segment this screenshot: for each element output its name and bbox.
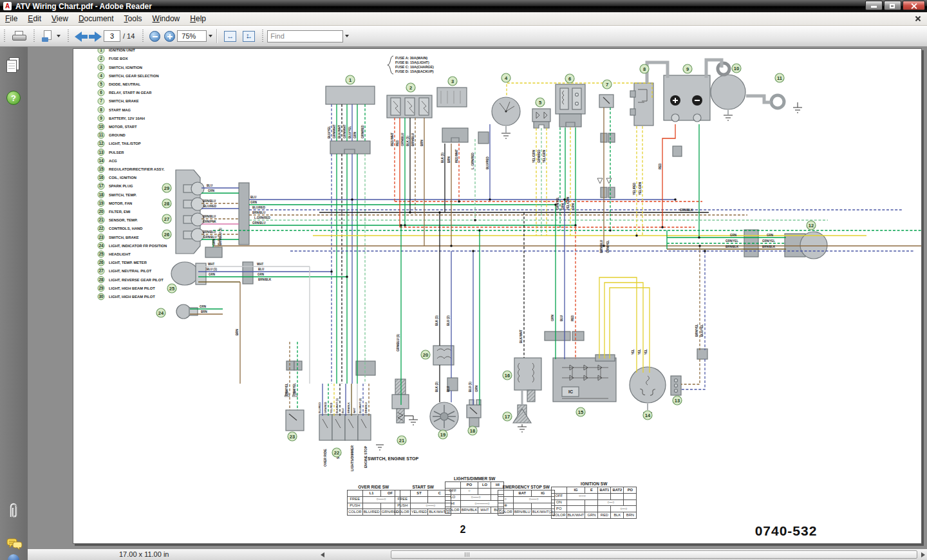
legend-number: 11 — [99, 133, 104, 137]
pages-panel-icon[interactable] — [6, 57, 20, 74]
menu-edit[interactable]: Edit — [23, 13, 46, 24]
wire-brn — [681, 359, 700, 384]
toolbar-separator — [216, 29, 217, 43]
next-page-button[interactable] — [88, 30, 104, 42]
legend-number: 7 — [100, 98, 102, 103]
minimize-button[interactable] — [865, 1, 883, 10]
menu-help[interactable]: Help — [185, 13, 211, 24]
menu-window[interactable]: Window — [147, 13, 185, 24]
wire-label: BLU/RED — [203, 205, 217, 208]
legend-label: LIGHT, HIGH BEAM PILOT — [109, 286, 155, 290]
component-badge-number: 28 — [164, 201, 169, 207]
wire-label: GRN — [730, 234, 736, 237]
wire-label: RED — [396, 140, 399, 146]
legend-label: START MAG — [109, 108, 131, 112]
table-cell: ○──○ — [460, 494, 491, 501]
component-badge-number: 14 — [645, 413, 651, 418]
scroll-left-icon[interactable] — [321, 552, 324, 557]
menu-file[interactable]: File — [0, 13, 23, 24]
collaborate-icon — [42, 30, 55, 42]
zoom-out-icon[interactable] — [149, 31, 160, 42]
wire-label: GRN/BLU — [203, 236, 217, 239]
wire-label: GRN/PNK — [203, 220, 217, 223]
table-cell — [410, 496, 428, 503]
legend-label: LIGHT, REVERSE GEAR PILOT — [109, 278, 164, 282]
legend-number: 1 — [100, 49, 102, 52]
find-dropdown-icon[interactable] — [345, 35, 349, 37]
wire-label: YEL/GRN — [566, 197, 570, 210]
component-badge-number: 16 — [505, 373, 510, 378]
wire-label: BLU/YEL — [328, 126, 331, 138]
fit-page-button[interactable]: ↔↔ — [239, 28, 258, 44]
wire-label: BRN/BLK — [726, 245, 739, 248]
close-button[interactable] — [903, 1, 925, 10]
legend-label: FILTER, EMI — [109, 210, 131, 214]
print-button[interactable] — [9, 28, 30, 44]
component-badge-number: 21 — [399, 438, 404, 443]
table-cell — [566, 506, 585, 512]
table-cell: ○ — [498, 496, 514, 503]
fuse-note-brace — [388, 56, 393, 74]
wire-label: YEL — [644, 349, 648, 355]
component-relay-start-in-gear — [556, 84, 585, 127]
previous-page-button[interactable] — [73, 30, 88, 42]
table-cell — [585, 506, 598, 512]
menu-tools[interactable]: Tools — [119, 13, 147, 24]
navigation-pane: ? — [0, 47, 28, 560]
zoom-in-icon[interactable] — [164, 31, 175, 42]
legend-label: DIODE, NEUTRAL — [109, 82, 141, 86]
legend-number: 8 — [100, 107, 102, 112]
component-badge-number: 26 — [164, 232, 169, 238]
zoom-level-select[interactable]: 75% — [177, 30, 207, 42]
connector — [239, 183, 249, 245]
component-temp-switch — [467, 400, 481, 427]
wire-label: BLU — [250, 196, 256, 199]
wire-label: BLU/RED — [486, 156, 489, 169]
legend-number: 29 — [98, 286, 104, 290]
component-badge-number: 2 — [409, 85, 412, 91]
component-switch-gear-selection — [492, 97, 520, 126]
legend-number: 22 — [98, 226, 104, 230]
wiring-diagram: 1IGNITION UNIT2FUSE BOX3SWITCH, IGNITION… — [73, 49, 922, 545]
wire-label: YEL — [638, 349, 641, 355]
wire-label: BRN/BLU (1) — [219, 228, 222, 245]
wire-label: GRN/BLU (1) — [397, 333, 400, 351]
table-cell: GRN — [585, 512, 598, 519]
wire-label: GRN/YEL — [293, 383, 296, 396]
wire-junction — [574, 224, 577, 227]
switch-table-title: LIGH­TS/DIMMER SW — [445, 476, 504, 481]
wire-label: BRN/BLU — [203, 215, 216, 218]
wire-label: BLU/RED — [319, 402, 321, 413]
document-close-icon[interactable] — [914, 15, 922, 23]
table-cell — [513, 503, 531, 509]
legend-number: 12 — [98, 141, 104, 145]
legend-number: 25 — [98, 252, 104, 256]
menu-document[interactable]: Document — [73, 13, 119, 24]
page-number-input[interactable] — [104, 30, 120, 42]
table-cell: RED — [598, 512, 611, 519]
legend-number: 23 — [98, 235, 104, 239]
fit-width-button[interactable]: ↔ — [221, 28, 239, 44]
legend-number: 10 — [98, 124, 104, 129]
wire-label: GRN — [551, 315, 554, 321]
help-icon[interactable]: ? — [6, 91, 21, 105]
restore-button[interactable] — [884, 1, 901, 10]
collaborate-button[interactable] — [39, 28, 64, 44]
table-cell: ○─○ — [611, 506, 637, 512]
find-input[interactable] — [267, 30, 343, 42]
legend-number: 16 — [98, 175, 104, 180]
horizontal-scrollbar-thumb[interactable] — [391, 550, 917, 559]
toolbar-grip — [67, 30, 70, 42]
wire-junction — [704, 250, 706, 252]
switch-table-title: IGNITION SW — [551, 481, 637, 486]
pdf-page-number: 2 — [460, 524, 466, 535]
zoom-dropdown-icon[interactable] — [209, 35, 212, 37]
component-start-mag — [630, 83, 653, 126]
menu-view[interactable]: View — [46, 13, 73, 24]
scroll-right-icon[interactable] — [921, 552, 925, 557]
table-cell: ○─○ — [598, 499, 624, 506]
toolbar: / 14 75% ↔ ↔↔ — [0, 26, 927, 47]
wire-label: GRN — [250, 201, 257, 204]
component-pulser — [671, 349, 707, 395]
wire-label: BRN/BLU — [203, 230, 216, 234]
